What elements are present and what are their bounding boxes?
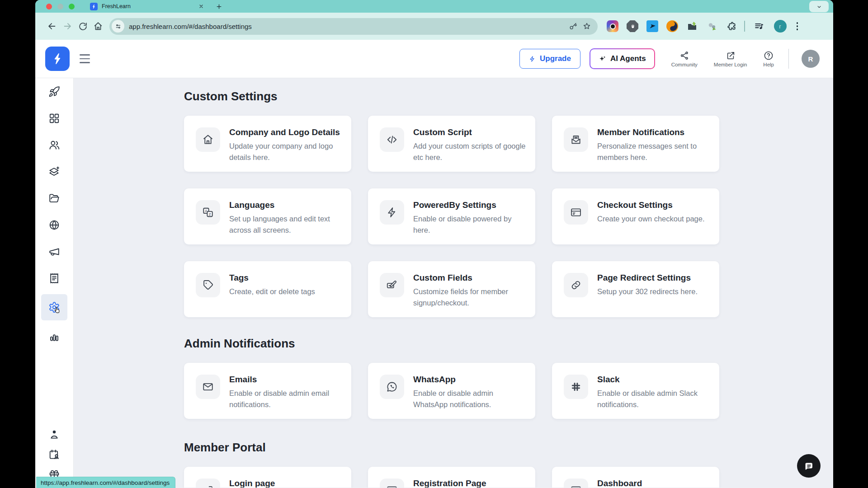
analytics-chart-icon bbox=[48, 331, 60, 343]
sidebar bbox=[35, 78, 74, 488]
puzzle-extensions-icon[interactable] bbox=[726, 20, 738, 32]
sidebar-item-profile-person[interactable] bbox=[41, 424, 67, 444]
share-nodes-icon bbox=[679, 51, 689, 61]
card-title: Login page bbox=[229, 478, 275, 488]
transactions-receipt-icon bbox=[48, 272, 60, 284]
settings-card[interactable]: Member Notifications Personalize message… bbox=[552, 116, 719, 172]
sparkles-icon bbox=[599, 55, 606, 63]
blocker-extension-icon[interactable] bbox=[627, 20, 638, 32]
sidebar-item-apps-grid[interactable] bbox=[41, 105, 67, 131]
bolt-icon bbox=[380, 200, 404, 225]
nav-member-login[interactable]: Member Login bbox=[714, 51, 747, 67]
cards-grid: Company and Logo Details Update your com… bbox=[184, 116, 719, 317]
nav-community[interactable]: Community bbox=[671, 51, 698, 67]
settings-card[interactable]: Login page bbox=[184, 467, 351, 488]
settings-card[interactable]: Company and Logo Details Update your com… bbox=[184, 116, 351, 172]
settings-card[interactable]: Custom Script Add your custom scripts of… bbox=[368, 116, 535, 172]
translate-icon: Az bbox=[196, 200, 220, 225]
login-icon bbox=[196, 479, 220, 488]
window-minimize-button[interactable] bbox=[57, 4, 63, 9]
sync-extension-icon[interactable] bbox=[706, 20, 718, 32]
card-title: Languages bbox=[229, 199, 342, 211]
upgrade-button[interactable]: Upgrade bbox=[519, 49, 580, 69]
sidebar-item-transactions-receipt[interactable] bbox=[41, 265, 67, 291]
send-extension-icon[interactable] bbox=[646, 20, 658, 32]
settings-card[interactable]: Checkout Settings Create your own checko… bbox=[552, 188, 719, 244]
status-url-tooltip: https://app.freshlearn.com/#/dashboard/s… bbox=[36, 477, 175, 488]
settings-card[interactable]: Tags Create, edit or delete tags bbox=[184, 261, 351, 317]
help-circle-icon bbox=[764, 51, 774, 61]
tab-title: FreshLearn bbox=[102, 3, 194, 9]
svg-text:z: z bbox=[209, 212, 211, 216]
tag-icon bbox=[196, 273, 220, 297]
sidebar-item-rocket[interactable] bbox=[41, 78, 67, 105]
marketing-megaphone-icon bbox=[48, 246, 60, 258]
url-text: app.freshlearn.com/#/dashboard/settings bbox=[129, 23, 564, 30]
card-description: Setup your 302 redirects here. bbox=[597, 286, 698, 297]
settings-card[interactable]: Page Redirect Settings Setup your 302 re… bbox=[552, 261, 719, 317]
browser-profile-avatar[interactable]: r bbox=[774, 20, 787, 33]
settings-card[interactable]: Slack Enable or disable admin Slack noti… bbox=[552, 363, 719, 419]
playlist-icon[interactable] bbox=[751, 19, 767, 34]
settings-card[interactable]: Az Languages Set up languages and edit t… bbox=[184, 188, 351, 244]
card-title: Dashboard bbox=[597, 478, 642, 488]
new-tab-button[interactable] bbox=[216, 3, 222, 10]
settings-card[interactable]: Registration Page bbox=[368, 467, 535, 488]
browser-menu-icon[interactable] bbox=[795, 20, 800, 32]
cursor-pointer bbox=[53, 306, 61, 316]
section-title: Member Portal bbox=[184, 440, 833, 455]
folder-extension-icon[interactable] bbox=[686, 20, 698, 32]
sidebar-item-marketing-megaphone[interactable] bbox=[41, 238, 67, 265]
window-zoom-button[interactable] bbox=[69, 4, 75, 9]
cards-grid: Login page Registration Page Dashboard bbox=[184, 467, 719, 488]
nav-help[interactable]: Help bbox=[763, 51, 774, 67]
files-folder-icon bbox=[48, 192, 60, 204]
toolbar-separator bbox=[744, 21, 745, 32]
sidebar-item-website-globe[interactable] bbox=[41, 211, 67, 238]
address-bar[interactable]: app.freshlearn.com/#/dashboard/settings bbox=[109, 18, 598, 35]
chat-bubble-icon bbox=[803, 460, 814, 471]
app-body: Custom Settings Company and Logo Details… bbox=[35, 78, 833, 488]
settings-card[interactable]: Custom Fields Customize fields for membe… bbox=[368, 261, 535, 317]
card-title: PoweredBy Settings bbox=[413, 199, 526, 211]
sidebar-item-analytics-chart[interactable] bbox=[41, 323, 67, 350]
card-description: Create your own checkout page. bbox=[597, 213, 705, 225]
settings-card[interactable]: WhatsApp Enable or disable admin WhatsAp… bbox=[368, 363, 535, 419]
ai-agents-button[interactable]: AI Agents bbox=[590, 48, 655, 69]
forward-icon[interactable] bbox=[60, 19, 75, 34]
chat-widget-button[interactable] bbox=[797, 454, 821, 478]
settings-card[interactable]: Emails Enable or disable admin email not… bbox=[184, 363, 351, 419]
rocket-icon bbox=[48, 86, 60, 98]
sidebar-item-settings-gear[interactable] bbox=[41, 294, 67, 320]
field-edit-icon bbox=[380, 273, 404, 297]
settings-card[interactable]: PoweredBy Settings Enable or disable pow… bbox=[368, 188, 535, 244]
card-description: Add your custom scripts of google etc he… bbox=[413, 141, 526, 163]
home-nav-icon[interactable] bbox=[90, 19, 106, 34]
browser-tab[interactable]: FreshLearn bbox=[86, 0, 208, 13]
user-avatar[interactable]: R bbox=[802, 50, 820, 68]
swirl-extension-icon[interactable] bbox=[666, 20, 678, 32]
window-close-button[interactable] bbox=[46, 4, 52, 9]
sidebar-item-bookings-calendar[interactable] bbox=[41, 444, 67, 465]
card-title: Tags bbox=[229, 272, 315, 284]
tab-close-icon[interactable] bbox=[198, 4, 204, 9]
courses-layers-icon bbox=[48, 166, 60, 178]
site-settings-icon[interactable] bbox=[112, 20, 124, 33]
bolt-icon bbox=[529, 56, 536, 62]
freshlearn-logo[interactable] bbox=[45, 47, 70, 71]
password-key-icon[interactable] bbox=[569, 22, 578, 31]
card-title: Page Redirect Settings bbox=[597, 272, 698, 284]
settings-card[interactable]: Dashboard bbox=[552, 467, 719, 488]
sidebar-item-members[interactable] bbox=[41, 131, 67, 158]
sidebar-item-courses-layers[interactable] bbox=[41, 158, 67, 185]
back-icon[interactable] bbox=[44, 19, 60, 34]
hamburger-menu-icon[interactable] bbox=[77, 52, 93, 66]
tab-overflow-button[interactable] bbox=[809, 1, 829, 12]
reload-icon[interactable] bbox=[75, 19, 90, 34]
camera-extension-icon[interactable] bbox=[607, 20, 618, 32]
bookmark-star-icon[interactable] bbox=[582, 22, 591, 31]
sidebar-item-files-folder[interactable] bbox=[41, 185, 67, 211]
external-link-icon bbox=[726, 51, 736, 61]
card-description: Create, edit or delete tags bbox=[229, 286, 315, 297]
app-viewport: Upgrade AI Agents Community Member Login… bbox=[35, 40, 833, 488]
